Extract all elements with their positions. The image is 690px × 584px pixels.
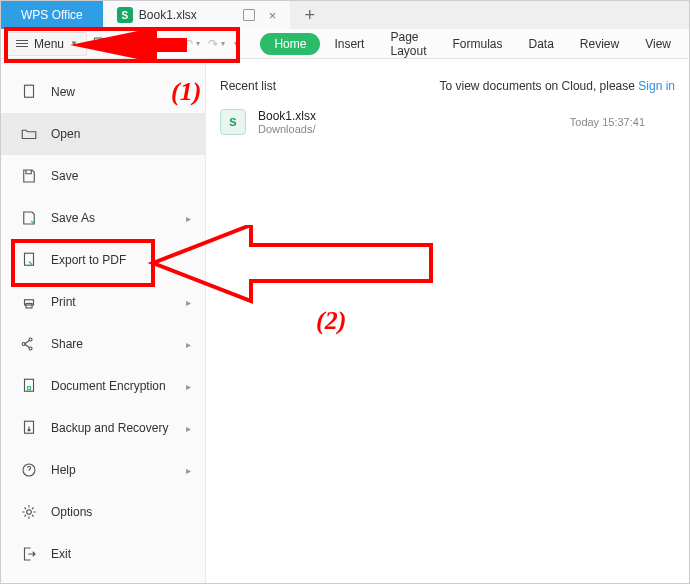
body: New Open Save Save As ▸ Export to PDF Pr… bbox=[1, 59, 689, 583]
chevron-down-icon: ▼ bbox=[70, 39, 78, 48]
menu-item-label: Print bbox=[51, 295, 76, 309]
svg-rect-6 bbox=[25, 85, 34, 97]
submenu-arrow-icon: ▸ bbox=[186, 423, 191, 434]
print-icon bbox=[19, 292, 39, 312]
menu-item-open[interactable]: Open bbox=[1, 113, 205, 155]
menu-item-print[interactable]: Print ▸ bbox=[1, 281, 205, 323]
menu-item-save-as[interactable]: Save As ▸ bbox=[1, 197, 205, 239]
menu-item-backup-recovery[interactable]: Backup and Recovery ▸ bbox=[1, 407, 205, 449]
svg-rect-3 bbox=[151, 45, 156, 49]
app-name-tab: WPS Office bbox=[1, 1, 103, 29]
svg-rect-7 bbox=[25, 253, 34, 265]
close-icon[interactable]: × bbox=[269, 8, 277, 23]
menu-item-label: New bbox=[51, 85, 75, 99]
tab-data[interactable]: Data bbox=[517, 37, 566, 51]
menu-item-help[interactable]: Help ▸ bbox=[1, 449, 205, 491]
menu-item-label: Export to PDF bbox=[51, 253, 126, 267]
gear-icon bbox=[19, 502, 39, 522]
svg-point-11 bbox=[29, 347, 32, 350]
titlebar: WPS Office S Book1.xlsx × + bbox=[1, 1, 689, 29]
exit-icon bbox=[19, 544, 39, 564]
file-path: Downloads/ bbox=[258, 123, 316, 135]
tab-review[interactable]: Review bbox=[568, 37, 631, 51]
submenu-arrow-icon: ▸ bbox=[186, 381, 191, 392]
svg-rect-14 bbox=[28, 387, 31, 390]
undo-icon[interactable]: ↶ bbox=[183, 35, 193, 53]
open-folder-icon[interactable] bbox=[109, 35, 125, 53]
recent-list-header: Recent list bbox=[220, 79, 276, 93]
hamburger-icon bbox=[16, 40, 28, 47]
menu-item-document-encryption[interactable]: Document Encryption ▸ bbox=[1, 365, 205, 407]
submenu-arrow-icon: ▸ bbox=[186, 297, 191, 308]
toolbar-overflow-icon[interactable]: ▾ bbox=[234, 39, 238, 48]
new-icon bbox=[19, 82, 39, 102]
menu-item-label: Options bbox=[51, 505, 92, 519]
menu-item-label: Document Encryption bbox=[51, 379, 166, 393]
print-icon[interactable] bbox=[145, 35, 161, 53]
spreadsheet-icon: S bbox=[117, 7, 133, 23]
svg-rect-9 bbox=[26, 304, 32, 309]
menu-item-label: Exit bbox=[51, 547, 71, 561]
submenu-arrow-icon: ▸ bbox=[186, 339, 191, 350]
save-as-icon bbox=[19, 208, 39, 228]
file-name: Book1.xlsx bbox=[258, 109, 316, 123]
tab-insert[interactable]: Insert bbox=[322, 37, 376, 51]
window-restore-icon[interactable] bbox=[243, 9, 255, 21]
menu-item-label: Open bbox=[51, 127, 80, 141]
preview-icon[interactable] bbox=[163, 35, 179, 53]
menu-item-label: Share bbox=[51, 337, 83, 351]
menu-item-label: Backup and Recovery bbox=[51, 421, 168, 435]
open-icon bbox=[19, 124, 39, 144]
menu-button[interactable]: Menu ▼ bbox=[7, 32, 87, 56]
menu-item-new[interactable]: New bbox=[1, 71, 205, 113]
export-pdf-icon bbox=[19, 250, 39, 270]
menu-item-label: Save bbox=[51, 169, 78, 183]
save-icon bbox=[19, 166, 39, 186]
help-icon bbox=[19, 460, 39, 480]
backup-icon bbox=[19, 418, 39, 438]
svg-rect-0 bbox=[95, 38, 103, 49]
content-pane: Recent list To view documents on Cloud, … bbox=[206, 59, 689, 583]
menu-item-share[interactable]: Share ▸ bbox=[1, 323, 205, 365]
undo-dropdown-icon[interactable]: ▾ bbox=[196, 39, 200, 48]
add-tab-button[interactable]: + bbox=[290, 1, 329, 29]
menu-item-save[interactable]: Save bbox=[1, 155, 205, 197]
svg-point-17 bbox=[27, 510, 32, 515]
menu-panel: New Open Save Save As ▸ Export to PDF Pr… bbox=[1, 59, 206, 583]
tab-page-layout[interactable]: Page Layout bbox=[378, 30, 438, 58]
submenu-arrow-icon: ▸ bbox=[186, 465, 191, 476]
document-tab[interactable]: S Book1.xlsx × bbox=[103, 1, 291, 29]
share-icon bbox=[19, 334, 39, 354]
svg-rect-2 bbox=[151, 38, 156, 42]
spreadsheet-file-icon: S bbox=[220, 109, 246, 135]
save-icon[interactable] bbox=[127, 35, 143, 53]
sign-in-link[interactable]: Sign in bbox=[638, 79, 675, 93]
recent-file-row[interactable]: S Book1.xlsx Downloads/ Today 15:37:41 bbox=[220, 109, 675, 135]
tab-home[interactable]: Home bbox=[260, 33, 320, 55]
cloud-message: To view documents on Cloud, please Sign … bbox=[440, 79, 675, 93]
menu-item-label: Save As bbox=[51, 211, 95, 225]
tab-view[interactable]: View bbox=[633, 37, 683, 51]
svg-point-12 bbox=[22, 343, 25, 346]
redo-dropdown-icon[interactable]: ▾ bbox=[221, 39, 225, 48]
menu-item-exit[interactable]: Exit bbox=[1, 533, 205, 575]
redo-icon[interactable]: ↷ bbox=[208, 35, 218, 53]
svg-point-10 bbox=[29, 338, 32, 341]
menu-item-options[interactable]: Options bbox=[1, 491, 205, 533]
svg-point-5 bbox=[171, 44, 176, 49]
file-timestamp: Today 15:37:41 bbox=[570, 116, 675, 128]
lock-icon bbox=[19, 376, 39, 396]
submenu-arrow-icon: ▸ bbox=[186, 213, 191, 224]
menu-button-label: Menu bbox=[34, 37, 64, 51]
menu-item-export-pdf[interactable]: Export to PDF bbox=[1, 239, 205, 281]
toolbar: Menu ▼ ↶ ▾ ↷ ▾ ▾ Home Insert Page Layout… bbox=[1, 29, 689, 59]
menu-item-label: Help bbox=[51, 463, 76, 477]
new-file-icon[interactable] bbox=[91, 35, 107, 53]
doc-tab-label: Book1.xlsx bbox=[139, 8, 197, 22]
tab-formulas[interactable]: Formulas bbox=[440, 37, 514, 51]
